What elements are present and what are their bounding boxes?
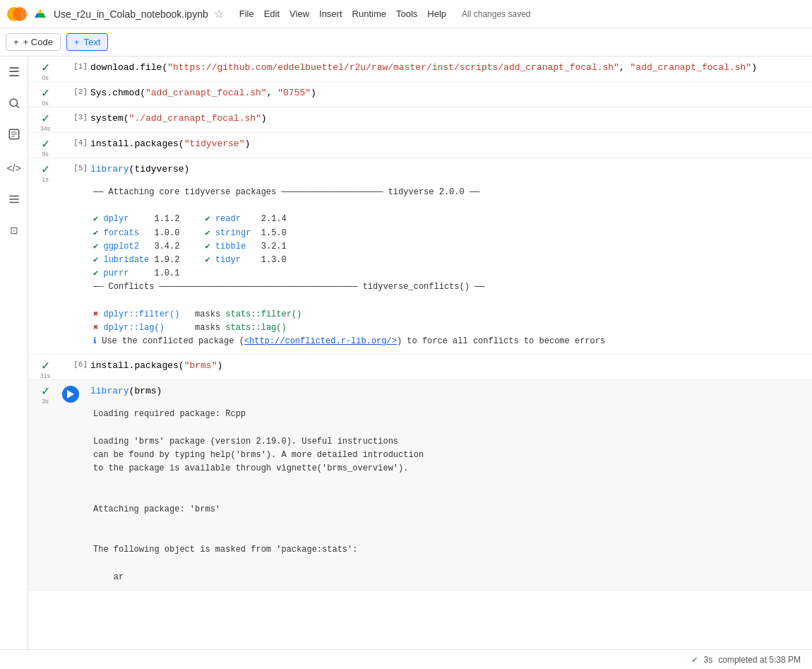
cell-5-gutter: ✓ 1s: [28, 158, 62, 183]
cell-5-status: ✓: [41, 162, 50, 176]
cell-7: ✓ 3s library(brms) Loading required pack…: [28, 380, 812, 590]
menu-view[interactable]: View: [285, 6, 314, 22]
cell-3-row: ✓ 34s [3] system("./add_cranapt_focal.sh…: [28, 107, 812, 132]
cell-2-number: [2]: [62, 82, 88, 96]
cell-1-status: ✓: [41, 61, 50, 74]
menu-tools[interactable]: Tools: [392, 6, 422, 22]
cell-3-number: [3]: [62, 107, 88, 122]
cell-7-output: Loading required package: Rcpp Loading '…: [88, 405, 812, 589]
cell-2-status: ✓: [41, 86, 50, 100]
cell-7-run-area: [62, 380, 88, 403]
notebook: ✓ 0s [1] download.file("https://github.c…: [28, 57, 812, 649]
cell-2: ✓ 0s [2] Sys.chmod("add_cranapt_focal.sh…: [28, 82, 812, 107]
colab-logo: [6, 3, 28, 25]
cell-5-code[interactable]: library(tidyverse): [88, 158, 812, 182]
cell-1-number: [1]: [62, 57, 88, 71]
cell-6-gutter: ✓ 31s: [28, 355, 62, 379]
drive-icon: [34, 8, 47, 20]
cell-4-time: 9s: [42, 150, 49, 158]
cell-5-time: 1s: [42, 176, 49, 183]
cell-6-number: [6]: [62, 355, 88, 369]
toolbar: + + Code + Text: [0, 28, 812, 57]
brms-output-text: Loading required package: Rcpp Loading '…: [93, 408, 806, 584]
cell-2-code[interactable]: Sys.chmod("add_cranapt_focal.sh", "0755"…: [88, 82, 812, 105]
cell-3: ✓ 34s [3] system("./add_cranapt_focal.sh…: [28, 107, 812, 133]
cell-5-number: [5]: [62, 158, 88, 172]
svg-point-2: [10, 99, 18, 107]
cell-2-time: 0s: [42, 100, 49, 107]
svg-point-1: [13, 7, 27, 21]
svg-marker-8: [67, 390, 74, 398]
status-check-icon: ✓: [691, 655, 698, 665]
menu-help[interactable]: Help: [423, 6, 450, 22]
cell-7-code[interactable]: library(brms): [88, 380, 812, 403]
cell-4-gutter: ✓ 9s: [28, 133, 62, 158]
tidyverse-conflicts-header: ── Conflicts ───────────────────────────…: [93, 280, 806, 294]
menu-insert[interactable]: Insert: [315, 6, 347, 22]
plus-code-icon: +: [13, 37, 19, 47]
cell-6-status: ✓: [41, 359, 50, 372]
cell-4-number: [4]: [62, 133, 88, 147]
cell-6-row: ✓ 31s [6] install.packages("brms"): [28, 355, 812, 379]
sidebar-menu-icon[interactable]: ☰: [4, 62, 24, 82]
tidyverse-info: ℹ Use the conflicted package (<http://co…: [93, 335, 806, 348]
add-code-button[interactable]: + + Code: [6, 33, 61, 51]
cell-6: ✓ 31s [6] install.packages("brms"): [28, 355, 812, 380]
status-bar: ✓ 3s completed at 5:38 PM: [0, 649, 812, 669]
add-code-label: + Code: [23, 37, 53, 47]
tidyverse-conflicts: ✖ dplyr::filter() masks stats::filter() …: [93, 295, 806, 336]
status-completed: completed at 5:38 PM: [718, 655, 801, 665]
sidebar: ☰ </> ⊡: [0, 57, 28, 649]
menu-bar: File Edit View Insert Runtime Tools Help: [235, 6, 450, 22]
sidebar-code-icon[interactable]: </>: [4, 158, 24, 178]
tidyverse-header: ── Attaching core tidyverse packages ───…: [93, 186, 806, 199]
cell-3-gutter: ✓ 34s: [28, 107, 62, 132]
cell-7-gutter: ✓ 3s: [28, 380, 62, 405]
cell-2-gutter: ✓ 0s: [28, 82, 62, 107]
plus-text-icon: +: [74, 37, 80, 47]
cell-3-code[interactable]: system("./add_cranapt_focal.sh"): [88, 107, 812, 131]
sidebar-files-icon[interactable]: [4, 124, 24, 144]
sidebar-search-icon[interactable]: [4, 93, 24, 113]
cell-7-row: ✓ 3s library(brms): [28, 380, 812, 405]
main-area: ☰ </> ⊡ ✓ 0s [1] download.file("https://…: [0, 57, 812, 649]
svg-line-3: [16, 105, 18, 107]
cell-1-code[interactable]: download.file("https://github.com/eddelb…: [88, 57, 812, 80]
sidebar-terminal-icon[interactable]: ⊡: [4, 220, 24, 240]
cell-1-gutter: ✓ 0s: [28, 57, 62, 81]
cell-1-time: 0s: [42, 74, 49, 81]
cell-1: ✓ 0s [1] download.file("https://github.c…: [28, 57, 812, 82]
tidyverse-packages: ✔ dplyr 1.1.2 ✔ readr 2.1.4 ✔ forcats 1.…: [93, 199, 806, 280]
cell-4-status: ✓: [41, 137, 50, 150]
cell-6-time: 31s: [40, 372, 51, 379]
cell-6-code[interactable]: install.packages("brms"): [88, 355, 812, 378]
menu-edit[interactable]: Edit: [260, 6, 284, 22]
cell-1-row: ✓ 0s [1] download.file("https://github.c…: [28, 57, 812, 81]
cell-5-output: ── Attaching core tidyverse packages ───…: [88, 183, 812, 354]
top-bar: Use_r2u_in_Colab_notebook.ipynb ☆ File E…: [0, 0, 812, 28]
notebook-title: Use_r2u_in_Colab_notebook.ipynb: [54, 8, 208, 20]
menu-runtime[interactable]: Runtime: [348, 6, 390, 22]
cell-4-row: ✓ 9s [4] install.packages("tidyverse"): [28, 133, 812, 158]
run-button-7[interactable]: [62, 386, 79, 403]
menu-file[interactable]: File: [235, 6, 258, 22]
cell-3-status: ✓: [41, 112, 50, 125]
cell-2-row: ✓ 0s [2] Sys.chmod("add_cranapt_focal.sh…: [28, 82, 812, 107]
add-text-label: Text: [83, 37, 100, 47]
save-status: All changes saved: [462, 9, 530, 19]
status-time: 3s: [704, 655, 713, 665]
cell-3-time: 34s: [40, 125, 51, 132]
cell-5: ✓ 1s [5] library(tidyverse) ── Attaching…: [28, 158, 812, 355]
cell-4-code[interactable]: install.packages("tidyverse"): [88, 133, 812, 156]
add-text-button[interactable]: + Text: [66, 33, 108, 51]
cell-5-row: ✓ 1s [5] library(tidyverse): [28, 158, 812, 183]
star-icon[interactable]: ☆: [214, 7, 224, 20]
cell-4: ✓ 9s [4] install.packages("tidyverse"): [28, 133, 812, 158]
sidebar-toc-icon[interactable]: [4, 189, 24, 209]
cell-7-status: ✓: [41, 384, 50, 398]
cell-7-time: 3s: [42, 398, 49, 405]
